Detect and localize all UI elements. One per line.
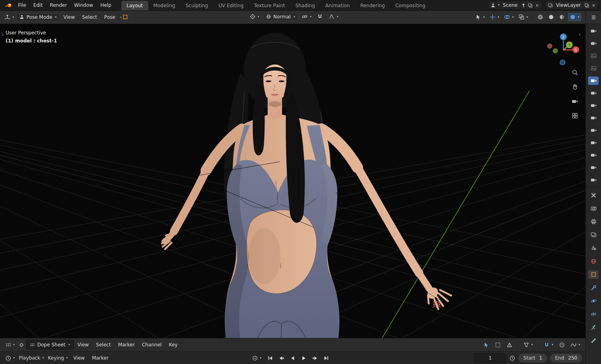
snap-toggle[interactable] [315,12,325,21]
viewlayer-name[interactable]: ViewLayer [555,2,583,8]
jump-to-end-button[interactable] [322,354,331,362]
pin-icon[interactable] [521,3,526,8]
blender-logo-icon[interactable] [2,2,14,9]
show-overlays-toggle[interactable]: ▾ [502,13,516,21]
outliner-camera-icon[interactable] [588,176,599,184]
active-object-icon[interactable] [122,14,128,20]
outliner-image-icon[interactable] [588,52,599,60]
tab-animation[interactable]: Animation [320,1,355,10]
scene-name[interactable]: Scene [501,2,519,8]
start-frame-field[interactable]: Start 1 [518,354,547,362]
dopesheet-mode-dropdown[interactable]: Dope Sheet ▾ [26,340,74,350]
unlink-scene-icon[interactable]: × [534,3,540,8]
tab-layout[interactable]: Layout [121,1,148,10]
tab-modeling[interactable]: Modeling [148,1,181,10]
menu-edit[interactable]: Edit [30,1,46,10]
tl-menu-view[interactable]: View [70,354,88,362]
scene-browse-icon[interactable] [490,3,496,8]
chevron-down-icon[interactable]: ▾ [498,4,500,7]
pan-hand-icon[interactable] [571,83,579,90]
outliner-camera-icon[interactable] [588,151,599,159]
xray-toggle[interactable]: ▾ [516,13,530,21]
menu-select[interactable]: Select [79,13,101,22]
show-errors-toggle[interactable] [504,341,514,349]
new-viewlayer-icon[interactable] [584,3,589,8]
outliner-camera-icon[interactable] [588,39,599,48]
object-visibility-dropdown[interactable]: ▾ [473,13,487,21]
proportional-edit-toggle[interactable] [557,341,567,349]
toolbar-expand-icon[interactable]: › [2,31,4,38]
show-gizmos-toggle[interactable]: ▾ [488,13,501,21]
menu-help[interactable]: Help [97,1,115,10]
only-selected-filter-toggle[interactable] [481,341,491,349]
snap-with-dropdown[interactable]: ▾ [300,12,313,21]
tab-uv-editing[interactable]: UV Editing [213,1,249,10]
tab-texture-paint[interactable]: Texture Paint [249,1,290,10]
properties-tab-world[interactable] [588,257,599,265]
zoom-tool-icon[interactable] [571,69,579,76]
play-button[interactable] [299,354,308,362]
keying-popover[interactable]: Keying ▾ [46,354,70,362]
new-scene-icon[interactable] [528,3,533,8]
interpolation-dropdown[interactable]: ▾ [569,341,582,349]
menu-render[interactable]: Render [46,1,71,10]
dopesheet-context-icon[interactable] [17,341,26,349]
dopesheet-editor-type-button[interactable]: ▾ [3,341,17,349]
tab-shading[interactable]: Shading [290,1,320,10]
outliner-camera-icon[interactable] [588,114,599,122]
properties-tab-view-layer[interactable] [588,231,599,239]
autokey-toggle[interactable]: ▾ [250,354,263,362]
properties-tab-tool[interactable] [588,191,599,199]
outliner-camera-icon[interactable] [588,89,599,97]
menu-view[interactable]: View [60,13,78,22]
properties-tab-physics[interactable] [588,297,599,305]
properties-tab-modifiers[interactable] [588,284,599,292]
prev-keyframe-button[interactable] [277,354,286,362]
outliner-camera-icon-active[interactable] [588,76,599,85]
ds-menu-select[interactable]: Select [93,340,115,349]
snap-dropdown[interactable]: ▾ [542,341,555,349]
next-keyframe-button[interactable] [311,354,319,362]
shading-wireframe-button[interactable] [535,13,545,21]
playback-popover[interactable]: Playback ▾ [17,354,46,362]
properties-tab-output[interactable] [588,217,599,226]
proportional-edit-dropdown[interactable]: ▾ [327,12,340,21]
ds-menu-view[interactable]: View [74,340,92,349]
shading-material-button[interactable] [557,13,567,21]
filter-dropdown[interactable]: ▾ [521,341,535,349]
tab-rendering[interactable]: Rendering [355,1,390,10]
jump-to-start-button[interactable] [266,354,274,362]
properties-tab-bone[interactable] [588,336,599,345]
remove-viewlayer-icon[interactable]: × [591,3,596,8]
camera-view-icon[interactable] [571,98,579,105]
timeline-editor-type-button[interactable]: ▾ [3,354,17,362]
mode-select[interactable]: Pose Mode ▾ [16,13,60,21]
viewport-3d[interactable]: User Perspective (1) model : chest-1 › ‹ [0,24,585,338]
outliner-camera-icon[interactable] [588,139,599,147]
current-frame-field[interactable]: 1 [474,353,506,363]
outliner-camera-icon[interactable] [588,163,599,172]
properties-tab-constraints[interactable] [588,310,599,318]
outliner-camera-icon[interactable] [588,27,599,35]
properties-tab-object[interactable] [588,270,599,279]
outliner-image-icon[interactable] [588,64,599,72]
editor-type-button[interactable]: ▾ [2,13,16,21]
navigation-gizmo[interactable]: Z X Y [544,31,583,70]
frame-clock-icon[interactable] [509,355,515,361]
ds-menu-marker[interactable]: Marker [115,340,138,349]
outliner-filter-icon[interactable] [591,14,597,20]
tab-compositing[interactable]: Compositing [390,1,430,10]
properties-tab-render[interactable] [588,204,599,213]
end-frame-field[interactable]: End 250 [550,354,582,362]
viewlayer-browse-icon[interactable] [548,3,553,8]
tl-menu-marker[interactable]: Marker [88,354,112,362]
ds-menu-channel[interactable]: Channel [138,340,165,349]
tab-sculpting[interactable]: Sculpting [180,1,213,10]
viewport-canvas[interactable] [0,24,585,338]
menu-file[interactable]: File [14,1,30,10]
pivot-point-dropdown[interactable]: ▾ [248,12,261,21]
play-reverse-button[interactable] [288,354,297,362]
shading-rendered-button[interactable]: ▾ [568,13,581,21]
menu-pose[interactable]: Pose [101,13,119,22]
ds-menu-key[interactable]: Key [165,340,181,349]
